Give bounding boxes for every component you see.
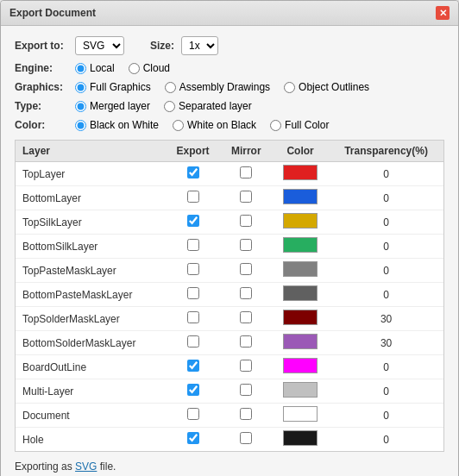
- mirror-cell: [220, 283, 272, 307]
- graphics-assembly-option[interactable]: Assembly Drawings: [165, 81, 270, 93]
- engine-label: Engine:: [15, 62, 75, 74]
- color-swatch[interactable]: [283, 261, 318, 277]
- color-cell[interactable]: [272, 331, 329, 355]
- export-checkbox[interactable]: [187, 191, 199, 203]
- type-merged-radio[interactable]: [75, 101, 86, 112]
- transparency-cell: 0: [329, 186, 443, 210]
- export-checkbox[interactable]: [187, 335, 199, 348]
- engine-local-option[interactable]: Local: [75, 62, 115, 74]
- color-options: Black on White White on Black Full Color: [75, 119, 329, 131]
- engine-cloud-radio[interactable]: [129, 63, 140, 74]
- color-full-option[interactable]: Full Color: [270, 119, 329, 131]
- layers-table: Layer Export Mirror Color Transparency(%…: [16, 141, 443, 451]
- color-cell[interactable]: [272, 307, 329, 331]
- type-separated-radio[interactable]: [164, 101, 175, 112]
- type-separated-option[interactable]: Separated layer: [164, 100, 252, 112]
- export-checkbox[interactable]: [187, 360, 199, 372]
- export-checkbox[interactable]: [187, 287, 199, 299]
- color-cell[interactable]: [272, 428, 329, 452]
- footer-text-before: Exporting as: [15, 460, 75, 473]
- color-swatch[interactable]: [283, 310, 318, 325]
- mirror-cell: [220, 331, 272, 355]
- export-checkbox[interactable]: [187, 408, 199, 420]
- color-cell[interactable]: [272, 379, 329, 404]
- color-wob-option[interactable]: White on Black: [173, 119, 256, 131]
- engine-cloud-option[interactable]: Cloud: [129, 62, 170, 74]
- color-swatch[interactable]: [283, 382, 318, 398]
- footer-svg-link[interactable]: SVG: [75, 460, 97, 473]
- mirror-checkbox[interactable]: [240, 408, 252, 420]
- export-to-select[interactable]: SVG PNG PDF: [75, 36, 124, 55]
- export-checkbox[interactable]: [187, 311, 199, 323]
- color-cell[interactable]: [272, 355, 329, 379]
- color-swatch[interactable]: [283, 406, 318, 422]
- graphics-full-option[interactable]: Full Graphics: [75, 81, 151, 93]
- graphics-outlines-option[interactable]: Object Outlines: [284, 81, 369, 93]
- mirror-checkbox[interactable]: [240, 239, 252, 251]
- mirror-checkbox[interactable]: [240, 191, 252, 203]
- transparency-cell: 0: [329, 379, 443, 404]
- table-header-row: Layer Export Mirror Color Transparency(%…: [16, 141, 443, 162]
- color-bow-radio[interactable]: [75, 120, 86, 131]
- type-merged-option[interactable]: Merged layer: [75, 100, 150, 112]
- color-cell[interactable]: [272, 210, 329, 235]
- mirror-cell: [220, 235, 272, 259]
- mirror-checkbox[interactable]: [240, 360, 252, 372]
- export-cell: [166, 428, 221, 452]
- layer-name: TopSilkLayer: [16, 210, 166, 235]
- export-cell: [166, 331, 221, 355]
- graphics-assembly-radio[interactable]: [165, 82, 176, 93]
- table-row: TopPasteMaskLayer0: [16, 259, 443, 283]
- export-checkbox[interactable]: [187, 239, 199, 251]
- mirror-checkbox[interactable]: [240, 432, 252, 444]
- color-swatch[interactable]: [283, 430, 318, 446]
- mirror-checkbox[interactable]: [240, 215, 252, 227]
- export-checkbox[interactable]: [187, 263, 199, 275]
- export-cell: [166, 210, 221, 235]
- layer-name: BottomLayer: [16, 186, 166, 210]
- color-cell[interactable]: [272, 283, 329, 307]
- mirror-checkbox[interactable]: [240, 335, 252, 348]
- transparency-cell: 0: [329, 162, 443, 186]
- col-header-mirror: Mirror: [220, 141, 272, 162]
- color-swatch[interactable]: [283, 237, 318, 253]
- mirror-checkbox[interactable]: [240, 287, 252, 299]
- transparency-cell: 0: [329, 259, 443, 283]
- color-wob-radio[interactable]: [173, 120, 184, 131]
- table-row: Multi-Layer0: [16, 379, 443, 404]
- mirror-checkbox[interactable]: [240, 311, 252, 323]
- export-checkbox[interactable]: [187, 166, 199, 178]
- engine-row: Engine: Local Cloud: [15, 62, 444, 74]
- graphics-outlines-radio[interactable]: [284, 82, 295, 93]
- graphics-full-radio[interactable]: [75, 82, 86, 93]
- color-cell[interactable]: [272, 162, 329, 186]
- engine-local-radio[interactable]: [75, 63, 86, 74]
- color-cell[interactable]: [272, 186, 329, 210]
- color-swatch[interactable]: [283, 358, 318, 373]
- mirror-checkbox[interactable]: [240, 384, 252, 396]
- transparency-cell: 0: [329, 283, 443, 307]
- color-cell[interactable]: [272, 235, 329, 259]
- color-swatch[interactable]: [283, 285, 318, 301]
- mirror-checkbox[interactable]: [240, 166, 252, 178]
- color-swatch[interactable]: [283, 189, 318, 204]
- type-row: Type: Merged layer Separated layer: [15, 100, 444, 112]
- engine-cloud-label: Cloud: [143, 62, 170, 74]
- size-select[interactable]: 1x 2x 3x: [181, 36, 218, 55]
- color-swatch[interactable]: [283, 213, 318, 229]
- graphics-full-label: Full Graphics: [90, 81, 151, 93]
- dialog-content: Export to: SVG PNG PDF Size: 1x 2x 3x En…: [1, 26, 458, 476]
- close-button[interactable]: ✕: [436, 6, 450, 20]
- col-header-transparency: Transparency(%): [329, 141, 443, 162]
- export-checkbox[interactable]: [187, 384, 199, 396]
- color-full-radio[interactable]: [270, 120, 281, 131]
- export-checkbox[interactable]: [187, 215, 199, 227]
- color-swatch[interactable]: [283, 334, 318, 349]
- export-checkbox[interactable]: [187, 432, 199, 444]
- color-cell[interactable]: [272, 404, 329, 428]
- color-bow-option[interactable]: Black on White: [75, 119, 159, 131]
- mirror-checkbox[interactable]: [240, 263, 252, 275]
- color-swatch[interactable]: [283, 165, 318, 180]
- color-bow-label: Black on White: [90, 119, 159, 131]
- color-cell[interactable]: [272, 259, 329, 283]
